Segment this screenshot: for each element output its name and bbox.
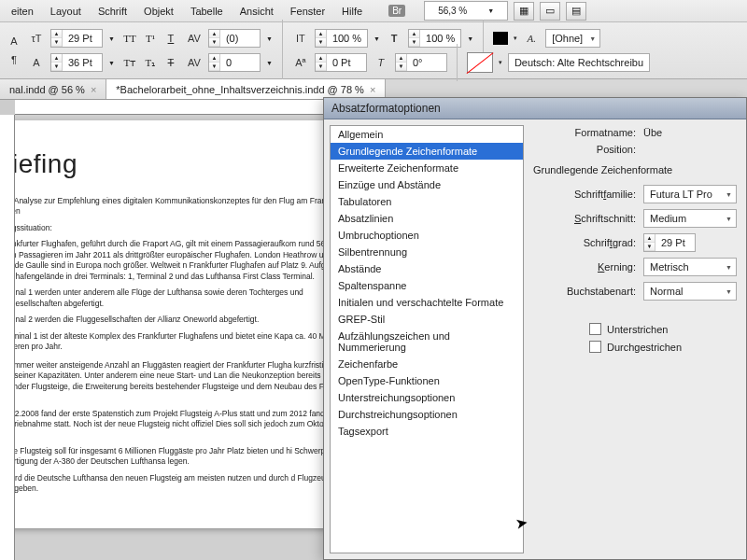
category-item[interactable]: Spaltenspanne: [331, 277, 523, 294]
category-item[interactable]: Zeichenfarbe: [331, 356, 523, 372]
tab-doc-2[interactable]: *Bachelorarbeit_ohne_Inhaltsverzeichnis.…: [106, 79, 386, 99]
font-size-dialog-field[interactable]: ▲▼29 Pt: [643, 233, 696, 252]
category-item[interactable]: Abstände: [331, 260, 523, 277]
screen-mode-icon[interactable]: ▭: [540, 2, 560, 21]
menu-item[interactable]: Schrift: [91, 3, 134, 20]
menubar: eiten Layout Schrift Objekt Tabelle Ansi…: [0, 0, 747, 22]
case-label: Buchstabenart:: [533, 286, 636, 297]
vscale-field[interactable]: ▲▼100 %: [315, 29, 368, 48]
kerning-label: Kerning:: [533, 261, 636, 273]
format-name-label: Formatname:: [533, 127, 636, 138]
tracking-field[interactable]: ▲▼0: [208, 53, 261, 72]
body-text: Somit wird die Deutsche Lufthansa den ne…: [15, 473, 362, 495]
smallcaps-btn[interactable]: Tᴛ: [120, 54, 139, 71]
underline-checkbox[interactable]: Unterstrichen: [589, 323, 737, 335]
menu-item[interactable]: Ansicht: [233, 3, 281, 20]
strike-btn[interactable]: T: [162, 54, 180, 71]
skew-icon: T: [373, 54, 389, 71]
category-list[interactable]: AllgemeinGrundlegende ZeichenformateErwe…: [330, 125, 524, 553]
menu-item[interactable]: eiten: [4, 3, 41, 20]
view-options-icon[interactable]: ▦: [514, 2, 534, 21]
hscale-icon: T: [386, 30, 402, 47]
body-text: Der neue Flugsteig soll für insgesamt 6 …: [15, 446, 362, 468]
tab-doc-1[interactable]: nal.indd @ 56 %×: [0, 79, 106, 99]
body-text: Ausgangssituation:: [15, 223, 362, 233]
body-text: Im Terminal 1 werden unter anderem alle …: [15, 287, 362, 309]
form-panel: Formatname: Übe Position: Grundlegende Z…: [529, 119, 746, 559]
heading-text: riefing: [15, 149, 78, 178]
arrange-icon[interactable]: ▤: [566, 2, 586, 21]
para-mode-icon[interactable]: ¶: [6, 51, 22, 68]
font-size-icon: τT: [28, 30, 45, 47]
kerning-field[interactable]: ▲▼(0): [208, 29, 261, 48]
leading-field[interactable]: ▲▼36 Pt: [50, 53, 103, 72]
allcaps-btn[interactable]: TT: [120, 30, 139, 47]
category-item[interactable]: Durchstreichungsoptionen: [331, 406, 523, 423]
underline-btn[interactable]: T: [162, 30, 180, 47]
tracking-icon: AV: [186, 54, 203, 71]
body-text: Auf die immer weiter ansteigende Anzahl …: [15, 360, 362, 403]
font-family-label: Schriftfamilie:: [533, 189, 636, 200]
category-item[interactable]: Tagsexport: [331, 423, 523, 440]
stroke-swatch[interactable]: [467, 52, 493, 73]
dialog-title: Absatzformatoptionen: [324, 98, 746, 119]
font-size-field[interactable]: ▲▼29 Pt: [50, 29, 103, 48]
category-item[interactable]: GREP-Stil: [331, 311, 523, 328]
font-size-label: Schriftgrad:: [533, 237, 636, 248]
body-text: Thema: Analyse zur Empfehlung eines digi…: [15, 196, 362, 217]
case-select[interactable]: Normal: [643, 282, 737, 301]
body-text: Im Terminal 2 werden die Fluggesellschaf…: [15, 315, 362, 325]
skew-field[interactable]: ▲▼0°: [395, 53, 447, 72]
body-text: Der Frankfurter Flughafen, geführt durch…: [15, 239, 362, 282]
zoom-level[interactable]: 56,3 %▼: [424, 1, 508, 21]
baseline-icon: Aª: [292, 54, 309, 71]
hscale-field[interactable]: ▲▼100 %: [408, 29, 461, 48]
menu-item[interactable]: Tabelle: [183, 3, 231, 20]
kerning-icon: AV: [186, 30, 203, 47]
font-style-label: Schriftschnitt:: [533, 213, 636, 224]
category-item[interactable]: Erweiterte Zeichenformate: [331, 160, 523, 176]
category-item[interactable]: Unterstreichungsoptionen: [331, 389, 523, 406]
category-item[interactable]: Tabulatoren: [331, 193, 523, 210]
position-label: Position:: [533, 144, 636, 155]
close-icon[interactable]: ×: [370, 84, 375, 95]
category-item[interactable]: OpenType-Funktionen: [331, 372, 523, 389]
format-name-value: Übe: [643, 127, 662, 138]
section-heading: Grundlegende Zeichenformate: [533, 164, 737, 175]
body-text: Das Terminal 1 ist der älteste Komplex d…: [15, 331, 362, 353]
char-style-select[interactable]: [Ohne]: [545, 29, 600, 48]
category-item[interactable]: Grundlegende Zeichenformate: [331, 143, 523, 160]
menu-item[interactable]: Layout: [43, 3, 89, 20]
font-style-select[interactable]: Medium: [643, 209, 737, 228]
font-family-select[interactable]: Futura LT Pro: [643, 185, 737, 203]
menu-item[interactable]: Objekt: [136, 3, 181, 20]
category-item[interactable]: Aufzählungszeichen und Nummerierung: [331, 328, 523, 356]
kerning-select[interactable]: Metrisch: [643, 258, 737, 276]
heading-briefing: Briefing: [15, 148, 362, 179]
subscript-btn[interactable]: T₁: [141, 54, 160, 71]
bridge-badge[interactable]: Br: [388, 5, 405, 17]
superscript-btn[interactable]: T¹: [141, 30, 160, 47]
menu-item[interactable]: Fenster: [283, 3, 332, 20]
paragraph-style-options-dialog: Absatzformatoptionen AllgemeinGrundlegen…: [323, 97, 747, 560]
strikethrough-checkbox[interactable]: Durchgestrichen: [589, 341, 737, 353]
baseline-field[interactable]: ▲▼0 Pt: [315, 53, 367, 72]
char-style-icon: A.: [523, 30, 540, 47]
category-item[interactable]: Absatzlinien: [331, 210, 523, 227]
leading-icon: A: [28, 54, 45, 71]
category-item[interactable]: Einzüge und Abstände: [331, 176, 523, 193]
char-mode-icon[interactable]: A: [6, 33, 22, 49]
control-panel: A ¶ τT ▲▼29 Pt ▼ TT T¹ T AV ▲▼(0)▼ IT ▲▼…: [0, 22, 747, 79]
category-item[interactable]: Umbruchoptionen: [331, 227, 523, 244]
category-item[interactable]: Silbentrennung: [331, 244, 523, 260]
ruler-vertical[interactable]: [0, 115, 15, 560]
menu-item[interactable]: Hilfe: [334, 3, 370, 20]
body-text: Am 11.12.2008 fand der erste Spatenstich…: [15, 409, 362, 441]
close-icon[interactable]: ×: [91, 84, 96, 95]
language-select[interactable]: Deutsch: Alte Rechtschreibu: [508, 53, 650, 72]
category-item[interactable]: Allgemein: [331, 126, 523, 143]
category-item[interactable]: Initialen und verschachtelte Formate: [331, 294, 523, 311]
fill-icon[interactable]: [493, 32, 508, 45]
vscale-icon: IT: [292, 30, 309, 47]
